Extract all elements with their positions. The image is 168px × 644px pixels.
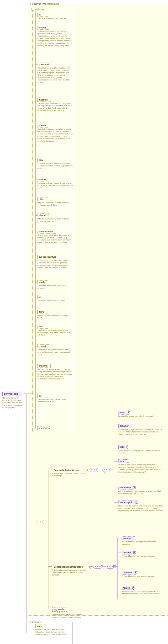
attributes-title-1: attributes — [34, 8, 44, 10]
attr-desc: The directionality of textual content (e… — [38, 398, 73, 403]
attr-desc: Indicates by which means the value was e… — [38, 162, 73, 170]
element-narrower[interactable]: narrower+ — [122, 571, 136, 574]
plus-icon[interactable]: + — [134, 537, 136, 540]
plus-icon[interactable]: + — [132, 425, 134, 427]
attr-desc: Why the metadata has been included - exp… — [38, 202, 73, 206]
minus-icon[interactable]: − — [90, 566, 92, 568]
attr-dir[interactable]: dir — [38, 394, 48, 398]
element-desc: A link to an item or a web resource whic… — [118, 490, 164, 495]
attr-creator[interactable]: creator — [38, 26, 49, 30]
plus-icon[interactable]: + — [127, 460, 129, 462]
attr-desc: Why the metadata has been included - exp… — [38, 218, 73, 222]
minus-icon[interactable]: − — [85, 469, 88, 471]
plus-icon[interactable]: + — [136, 501, 138, 504]
attr-desc: If set to true the corresponding propert… — [38, 128, 73, 142]
attr-howuri[interactable]: howuri — [38, 178, 49, 182]
element-desc: An identifier of a more generic concept. — [122, 555, 165, 557]
sequence-compositor-def[interactable]: − — [90, 468, 99, 472]
attr-xml-lang[interactable]: xml:lang — [38, 364, 50, 368]
element-broader[interactable]: broader+ — [122, 551, 134, 554]
attr-desc: A URI which identifies a concept. — [38, 300, 73, 302]
plus-icon[interactable]: + — [126, 446, 129, 448]
element-desc: A natural language name for the concept. — [118, 415, 164, 418]
attr-why[interactable]: why — [38, 197, 48, 201]
minus-icon[interactable]: − — [98, 469, 100, 471]
element-desc: An identifier of a concept with equivale… — [122, 540, 165, 546]
element-note[interactable]: note+ — [118, 445, 128, 449]
element-desc: A natural language definition of the sem… — [118, 428, 164, 436]
attr-desc: One or many constraints that apply to pu… — [38, 234, 73, 244]
plus-icon[interactable]: + — [132, 587, 135, 589]
plus-icon[interactable]: + — [134, 572, 137, 574]
attr-desc: A free-text value assigned as property v… — [38, 314, 73, 319]
choice-compositor-def[interactable]: − — [102, 468, 111, 472]
any-other-attributes[interactable]: any ##other — [38, 426, 51, 430]
attr-qcode[interactable]: qcode — [38, 280, 48, 284]
plus-icon[interactable]: + — [133, 486, 136, 489]
group-concept-definition-desc: A group of properties required to define… — [52, 472, 86, 477]
any-other-desc: Extension point for provider-defined pro… — [52, 614, 86, 618]
attr-custom[interactable]: custom — [38, 124, 50, 128]
group-concept-relationships-desc: A group of properties required to indica… — [52, 569, 88, 576]
attr-uri[interactable]: uri — [38, 295, 48, 299]
element-sameAs[interactable]: sameAs+ — [122, 536, 135, 540]
attr-desc: The type of the concept assigned as cont… — [38, 348, 73, 356]
element-name[interactable]: name+ — [118, 411, 129, 414]
attr-literal[interactable]: literal — [38, 310, 48, 314]
occurrence-any: 0..∞ — [57, 611, 60, 614]
attr-desc: A qualified code which identifies a conc… — [38, 285, 73, 290]
any-other-sequence[interactable]: any ##other — [52, 607, 67, 612]
minus-icon[interactable]: − — [101, 566, 103, 568]
attr-modified[interactable]: modified — [38, 98, 51, 102]
choice-compositor-rel[interactable]: − — [106, 565, 114, 568]
sequence-compositor-main[interactable]: − — [36, 520, 45, 524]
element-facet[interactable]: facet+ — [118, 460, 128, 463]
root-element-desc: Refers to the ids of elements whose valu… — [2, 397, 25, 409]
attr-idrefs-desc: Refers to the ids of elements which valu… — [35, 628, 70, 636]
attr-desc: Specifies the language of this property … — [38, 368, 73, 380]
group-concept-relationships[interactable]: ConceptRelationshipsGroup − — [52, 565, 91, 569]
attr-type[interactable]: type — [38, 325, 48, 328]
attr-creatoruri[interactable]: creatoruri — [38, 62, 52, 66]
minus-icon[interactable]: − — [32, 8, 34, 10]
element-desc: Additional natural language information … — [118, 450, 164, 454]
attributes-title-2: attributes — [31, 621, 41, 623]
plus-icon[interactable]: + — [134, 551, 136, 554]
sequence-compositor-rel[interactable]: − — [93, 565, 102, 568]
attr-how[interactable]: how — [38, 158, 48, 162]
attr-desc: If the attribute is empty, specifies whi… — [38, 67, 73, 84]
minus-icon[interactable]: − — [110, 469, 112, 471]
attr-typeuri[interactable]: typeuri — [38, 344, 49, 348]
element-definition[interactable]: definition+ — [118, 424, 133, 428]
extension-label: Flex1PropType (extension) — [30, 3, 59, 5]
attr-id[interactable]: id — [38, 13, 48, 17]
occurrence-def: 0..∞ — [104, 472, 107, 474]
attr-desc: If the property value is not defined, sp… — [38, 30, 73, 47]
element-hierarchyInfo[interactable]: hierarchyInfo+ — [118, 500, 137, 504]
root-element-label: derivedFrom — [4, 392, 18, 395]
minus-icon[interactable]: − — [28, 621, 30, 623]
element-desc: Represents the position of a concept in … — [118, 505, 164, 512]
element-related[interactable]: related+ — [122, 586, 134, 590]
element-remoteInfo[interactable]: remoteInfo+ — [118, 486, 134, 490]
attr-desc: The date (and, optionally, the time) whe… — [38, 102, 73, 112]
attr-desc: The local identifier of the property. — [38, 17, 73, 20]
occurrence-rel: 0..∞ — [107, 568, 110, 571]
element-desc: In NAR 1.8 and later, facet is deprecate… — [118, 464, 164, 473]
element-desc: An identifier of a more specific concept… — [122, 575, 165, 578]
plus-icon[interactable]: + — [128, 412, 130, 414]
attr-pubconstrainturi[interactable]: pubconstrainturi — [38, 255, 59, 259]
root-element[interactable]: derivedFrom — [2, 392, 22, 396]
group-concept-definition[interactable]: ConceptDefinitionGroup − — [52, 468, 86, 472]
element-desc: A related concept, where the relationshi… — [122, 590, 165, 595]
attr-desc: One or many constraints that apply to pu… — [38, 259, 73, 269]
attr-pubconstraint[interactable]: pubconstraint — [38, 230, 56, 234]
attr-idrefs[interactable]: idrefs — [35, 624, 46, 628]
attr-whyuri[interactable]: whyuri — [38, 214, 49, 217]
schema-diagram: derivedFrom Refers to the ids of element… — [2, 2, 168, 644]
minus-icon[interactable]: − — [113, 566, 116, 568]
attr-desc: The type of the concept assigned as cont… — [38, 329, 73, 336]
attr-desc: Indicates by which means the value was e… — [38, 182, 73, 189]
